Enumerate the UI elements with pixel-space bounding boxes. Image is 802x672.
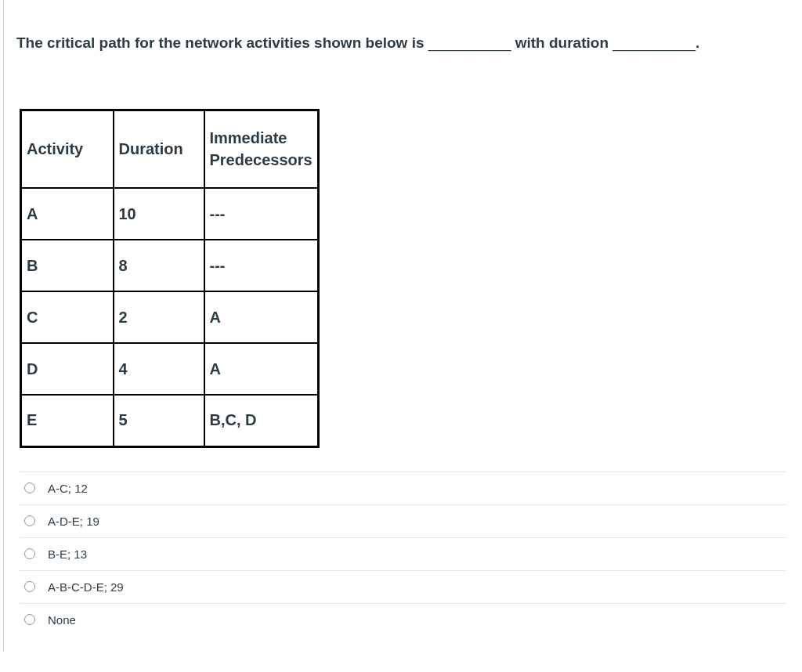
blank-2: __________ xyxy=(612,34,695,51)
question-suffix: . xyxy=(695,34,699,51)
header-predecessors: Immediate Predecessors xyxy=(204,110,319,188)
option-radio[interactable] xyxy=(24,548,35,559)
option-row[interactable]: A-B-C-D-E; 29 xyxy=(20,570,786,603)
header-activity: Activity xyxy=(21,110,114,188)
option-radio[interactable] xyxy=(24,515,35,526)
cell-predecessors: --- xyxy=(204,240,319,291)
cell-predecessors: A xyxy=(204,343,319,395)
option-radio[interactable] xyxy=(24,581,35,592)
option-label: A-B-C-D-E; 29 xyxy=(48,580,124,594)
activity-table: Activity Duration Immediate Predecessors… xyxy=(20,109,320,448)
activity-table-wrap: Activity Duration Immediate Predecessors… xyxy=(20,109,786,448)
question-container: The critical path for the network activi… xyxy=(3,0,802,652)
option-row[interactable]: A-C; 12 xyxy=(20,471,786,504)
cell-duration: 8 xyxy=(114,240,204,291)
cell-duration: 4 xyxy=(114,343,204,395)
cell-predecessors: B,C, D xyxy=(204,395,319,446)
cell-activity: E xyxy=(21,395,114,446)
cell-duration: 2 xyxy=(114,291,204,343)
cell-activity: D xyxy=(21,343,114,395)
table-row: B 8 --- xyxy=(21,240,319,291)
answer-options: A-C; 12 A-D-E; 19 B-E; 13 A-B-C-D-E; 29 … xyxy=(20,471,786,636)
option-row[interactable]: None xyxy=(20,603,786,636)
question-mid: with duration xyxy=(511,34,612,51)
table-row: A 10 --- xyxy=(21,188,319,240)
cell-activity: B xyxy=(21,240,114,291)
option-row[interactable]: A-D-E; 19 xyxy=(20,504,786,537)
question-prompt: The critical path for the network activi… xyxy=(4,0,786,54)
option-label: A-C; 12 xyxy=(48,482,88,495)
question-prefix: The critical path for the network activi… xyxy=(16,34,428,51)
option-label: B-E; 13 xyxy=(48,547,87,561)
option-label: None xyxy=(48,613,76,627)
cell-activity: C xyxy=(21,291,114,343)
cell-predecessors: A xyxy=(204,291,319,343)
cell-activity: A xyxy=(21,188,114,240)
cell-duration: 10 xyxy=(114,188,204,240)
option-label: A-D-E; 19 xyxy=(48,515,99,528)
table-row: D 4 A xyxy=(21,343,319,395)
cell-predecessors: --- xyxy=(204,188,319,240)
header-duration: Duration xyxy=(114,110,204,188)
option-radio[interactable] xyxy=(24,614,35,625)
blank-1: __________ xyxy=(428,34,511,51)
option-radio[interactable] xyxy=(24,482,35,493)
table-header-row: Activity Duration Immediate Predecessors xyxy=(21,110,319,188)
cell-duration: 5 xyxy=(114,395,204,446)
table-row: E 5 B,C, D xyxy=(21,395,319,446)
table-row: C 2 A xyxy=(21,291,319,343)
option-row[interactable]: B-E; 13 xyxy=(20,537,786,570)
